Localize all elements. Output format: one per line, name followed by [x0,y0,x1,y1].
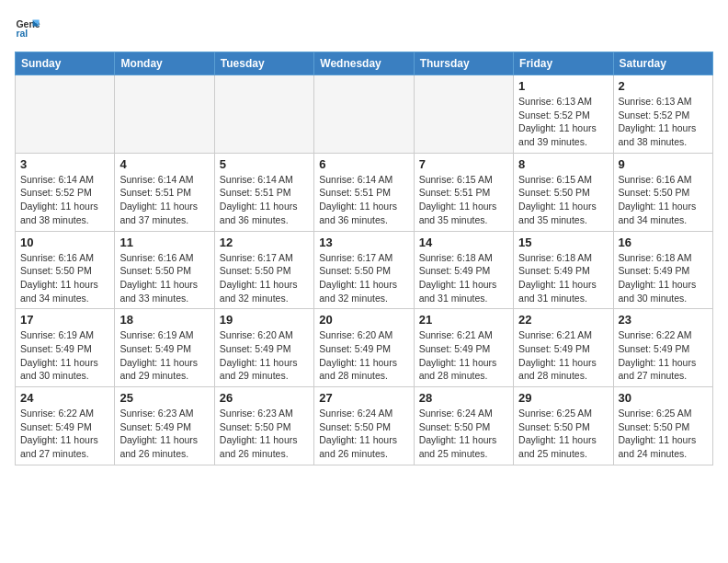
svg-text:ral: ral [16,28,28,39]
day-number: 8 [518,157,608,171]
day-number: 14 [419,236,508,249]
day-info: Sunrise: 6:19 AMSunset: 5:49 PMDaylight:… [20,328,109,383]
day-number: 10 [20,236,109,249]
calendar-day-cell: 17Sunrise: 6:19 AMSunset: 5:49 PMDayligh… [16,309,115,387]
day-info: Sunrise: 6:17 AMSunset: 5:50 PMDaylight:… [220,251,309,305]
calendar-day-cell: 27Sunrise: 6:24 AMSunset: 5:50 PMDayligh… [314,387,414,465]
day-info: Sunrise: 6:24 AMSunset: 5:50 PMDaylight:… [419,407,508,461]
calendar-day-cell: 19Sunrise: 6:20 AMSunset: 5:49 PMDayligh… [214,309,313,387]
day-info: Sunrise: 6:22 AMSunset: 5:49 PMDaylight:… [619,328,708,383]
day-info: Sunrise: 6:25 AMSunset: 5:50 PMDaylight:… [619,407,708,461]
day-number: 9 [619,157,708,171]
calendar-day-cell: 11Sunrise: 6:16 AMSunset: 5:50 PMDayligh… [115,231,214,309]
day-number: 1 [518,79,608,93]
calendar-day-cell: 29Sunrise: 6:25 AMSunset: 5:50 PMDayligh… [514,387,613,465]
day-info: Sunrise: 6:18 AMSunset: 5:49 PMDaylight:… [619,251,708,305]
day-number: 22 [518,313,608,327]
day-number: 26 [220,391,309,405]
day-info: Sunrise: 6:14 AMSunset: 5:51 PMDaylight:… [119,173,209,227]
day-info: Sunrise: 6:16 AMSunset: 5:50 PMDaylight:… [20,251,109,305]
day-number: 5 [220,157,309,171]
day-number: 18 [119,313,209,327]
calendar-day-cell: 6Sunrise: 6:14 AMSunset: 5:51 PMDaylight… [314,153,414,231]
calendar-day-cell: 30Sunrise: 6:25 AMSunset: 5:50 PMDayligh… [613,387,712,465]
day-number: 24 [20,391,109,405]
calendar-day-cell: 1Sunrise: 6:13 AMSunset: 5:52 PMDaylight… [514,75,613,154]
calendar-day-cell: 14Sunrise: 6:18 AMSunset: 5:49 PMDayligh… [414,231,513,309]
calendar-day-cell: 28Sunrise: 6:24 AMSunset: 5:50 PMDayligh… [414,387,513,465]
weekday-header-sunday: Sunday [16,52,115,75]
day-info: Sunrise: 6:23 AMSunset: 5:49 PMDaylight:… [119,407,209,461]
day-number: 27 [319,391,408,405]
day-info: Sunrise: 6:20 AMSunset: 5:49 PMDaylight:… [220,328,309,383]
day-number: 21 [419,313,508,327]
day-info: Sunrise: 6:25 AMSunset: 5:50 PMDaylight:… [518,407,608,461]
day-number: 25 [119,391,209,405]
weekday-header-monday: Monday [115,52,214,75]
day-number: 3 [20,157,109,171]
calendar-week-row: 3Sunrise: 6:14 AMSunset: 5:52 PMDaylight… [16,153,713,231]
calendar-day-cell: 5Sunrise: 6:14 AMSunset: 5:51 PMDaylight… [214,153,313,231]
day-info: Sunrise: 6:15 AMSunset: 5:51 PMDaylight:… [419,173,508,227]
day-number: 29 [518,391,608,405]
day-number: 16 [619,236,708,249]
day-info: Sunrise: 6:18 AMSunset: 5:49 PMDaylight:… [518,251,608,305]
day-number: 12 [220,236,309,249]
day-info: Sunrise: 6:17 AMSunset: 5:50 PMDaylight:… [319,251,408,305]
day-info: Sunrise: 6:24 AMSunset: 5:50 PMDaylight:… [319,407,408,461]
calendar-week-row: 24Sunrise: 6:22 AMSunset: 5:49 PMDayligh… [16,387,713,465]
logo: Gene ral [15,15,44,40]
day-number: 17 [20,313,109,327]
page-header: Gene ral [15,15,713,40]
calendar-day-cell: 3Sunrise: 6:14 AMSunset: 5:52 PMDaylight… [16,153,115,231]
calendar-day-cell: 12Sunrise: 6:17 AMSunset: 5:50 PMDayligh… [214,231,313,309]
calendar-day-cell: 22Sunrise: 6:21 AMSunset: 5:49 PMDayligh… [514,309,613,387]
day-number: 28 [419,391,508,405]
day-number: 15 [518,236,608,249]
day-info: Sunrise: 6:20 AMSunset: 5:49 PMDaylight:… [319,328,408,383]
calendar-day-cell: 21Sunrise: 6:21 AMSunset: 5:49 PMDayligh… [414,309,513,387]
weekday-header-friday: Friday [514,52,613,75]
calendar-day-cell: 18Sunrise: 6:19 AMSunset: 5:49 PMDayligh… [115,309,214,387]
calendar-day-cell: 26Sunrise: 6:23 AMSunset: 5:50 PMDayligh… [214,387,313,465]
day-info: Sunrise: 6:13 AMSunset: 5:52 PMDaylight:… [619,95,708,149]
calendar-week-row: 1Sunrise: 6:13 AMSunset: 5:52 PMDaylight… [16,75,713,154]
day-info: Sunrise: 6:19 AMSunset: 5:49 PMDaylight:… [119,328,209,383]
weekday-header-thursday: Thursday [414,52,513,75]
day-info: Sunrise: 6:14 AMSunset: 5:51 PMDaylight:… [319,173,408,227]
day-number: 6 [319,157,408,171]
day-number: 23 [619,313,708,327]
calendar-day-cell: 2Sunrise: 6:13 AMSunset: 5:52 PMDaylight… [613,75,712,154]
day-info: Sunrise: 6:14 AMSunset: 5:52 PMDaylight:… [20,173,109,227]
calendar-day-cell [314,75,414,154]
day-info: Sunrise: 6:23 AMSunset: 5:50 PMDaylight:… [220,407,309,461]
calendar-day-cell: 20Sunrise: 6:20 AMSunset: 5:49 PMDayligh… [314,309,414,387]
day-info: Sunrise: 6:21 AMSunset: 5:49 PMDaylight:… [518,328,608,383]
day-number: 19 [220,313,309,327]
weekday-header-saturday: Saturday [613,52,712,75]
day-number: 7 [419,157,508,171]
calendar-day-cell [214,75,313,154]
day-info: Sunrise: 6:16 AMSunset: 5:50 PMDaylight:… [619,173,708,227]
day-info: Sunrise: 6:13 AMSunset: 5:52 PMDaylight:… [518,95,608,149]
day-info: Sunrise: 6:15 AMSunset: 5:50 PMDaylight:… [518,173,608,227]
calendar-day-cell: 13Sunrise: 6:17 AMSunset: 5:50 PMDayligh… [314,231,414,309]
calendar-day-cell: 8Sunrise: 6:15 AMSunset: 5:50 PMDaylight… [514,153,613,231]
calendar-day-cell: 10Sunrise: 6:16 AMSunset: 5:50 PMDayligh… [16,231,115,309]
calendar-day-cell [115,75,214,154]
day-number: 4 [119,157,209,171]
day-number: 2 [619,79,708,93]
calendar-day-cell: 4Sunrise: 6:14 AMSunset: 5:51 PMDaylight… [115,153,214,231]
day-info: Sunrise: 6:14 AMSunset: 5:51 PMDaylight:… [220,173,309,227]
logo-icon: Gene ral [15,15,40,40]
calendar-day-cell [16,75,115,154]
day-number: 20 [319,313,408,327]
day-number: 11 [119,236,209,249]
day-number: 13 [319,236,408,249]
calendar-week-row: 10Sunrise: 6:16 AMSunset: 5:50 PMDayligh… [16,231,713,309]
calendar-week-row: 17Sunrise: 6:19 AMSunset: 5:49 PMDayligh… [16,309,713,387]
calendar-day-cell: 24Sunrise: 6:22 AMSunset: 5:49 PMDayligh… [16,387,115,465]
calendar-day-cell: 15Sunrise: 6:18 AMSunset: 5:49 PMDayligh… [514,231,613,309]
weekday-header-row: SundayMondayTuesdayWednesdayThursdayFrid… [16,52,713,75]
weekday-header-wednesday: Wednesday [314,52,414,75]
